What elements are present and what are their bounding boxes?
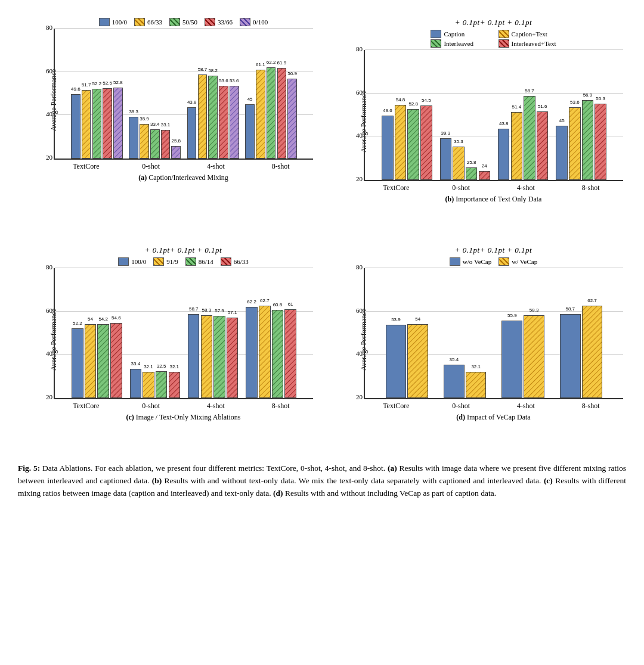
bar-c-g3-b1: 62.7 (259, 306, 270, 398)
bar-value-label: 56.9 (583, 92, 593, 98)
bar-c-g2-b0: 58.7 (188, 314, 199, 398)
bar-c-g0-b3: 54.6 (110, 323, 122, 398)
legend-item-Caption: Caption (431, 30, 488, 38)
bar-b-g2-b0: 43.8 (498, 129, 509, 180)
bar-b-g2-b2: 58.7 (524, 96, 535, 180)
bar-value-label: 58.3 (202, 307, 212, 313)
legend-item-6633: 66/33 (221, 257, 249, 266)
x-axis-labels: TextCore0-shot4-shot8-shot (54, 162, 313, 171)
chart-d-legend: w/o VeCapw/ VeCap (364, 257, 623, 266)
chart-b: + 0.1pt+ 0.1pt + 0.1ptCaptionCaption+Tex… (328, 12, 626, 234)
bar-value-label: 53.6 (570, 100, 580, 105)
bar-value-label: 61 (288, 302, 293, 307)
bar-value-label: 25.8 (467, 160, 476, 165)
legend-item-wVeCap: w/ VeCap (499, 257, 537, 266)
y-tick-label: 80 (46, 24, 52, 31)
bar-value-label: 57.1 (228, 310, 237, 315)
x-axis-label: 4-shot (494, 184, 559, 192)
bar-b-g0-b1: 54.8 (395, 105, 406, 180)
fig-part-label: (c) (544, 476, 553, 485)
legend-item-8614: 86/14 (185, 257, 213, 266)
y-gridline: 80 (365, 49, 623, 50)
legend-box-hatch-green (431, 39, 441, 48)
chart-a-legend: 100/066/3350/5033/660/100 (54, 18, 313, 26)
bar-b-g1-b1: 35.3 (453, 147, 464, 180)
bar-value-label: 54.8 (396, 97, 405, 102)
x-axis-label: 4-shot (184, 402, 249, 411)
y-tick-label: 40 (356, 132, 363, 139)
bar-a-g0-b4: 52.8 (113, 88, 123, 159)
legend-item-1000: 100/0 (118, 257, 146, 266)
bar-value-label: 58.7 (189, 306, 199, 312)
bar-value-label: 33.1 (161, 122, 171, 128)
bar-a-g0-b2: 52.2 (92, 89, 102, 159)
legend-label: Caption (444, 30, 465, 38)
legend-label: Interleaved+Text (512, 40, 556, 47)
bar-value-label: 35.9 (140, 116, 149, 122)
bar-c-g1-b0: 33.4 (130, 369, 141, 398)
legend-label: 100/0 (131, 258, 146, 265)
legend-box-hatch-orange (134, 18, 145, 26)
chart-c-caption: (c) Image / Text-Only Mixing Ablations (54, 413, 313, 422)
bar-value-label: 58.7 (565, 306, 575, 312)
bar-a-g1-b1: 35.9 (140, 124, 149, 159)
bar-d-g2-b1: 58.3 (524, 315, 544, 398)
bar-value-label: 33.4 (131, 361, 141, 366)
x-axis-label: 8-shot (558, 184, 623, 192)
legend-item-Interleaved: Interleaved (431, 39, 488, 48)
bar-value-label: 61.1 (256, 62, 265, 67)
y-tick-label: 60 (46, 67, 52, 74)
bar-c-g3-b3: 61 (284, 309, 296, 398)
bar-value-label: 56.9 (287, 71, 297, 76)
chart-b-caption: (b) Importance of Text Only Data (364, 195, 623, 204)
bar-value-label: 25.8 (171, 138, 181, 144)
x-axis-label: 0-shot (119, 162, 184, 171)
bar-c-g0-b1: 54 (85, 324, 96, 398)
bar-value-label: 32.5 (157, 363, 166, 369)
legend-box-hatch-orange (499, 257, 509, 266)
bar-value-label: 55.3 (596, 96, 605, 101)
x-axis-label: TextCore (364, 184, 429, 192)
chart-d-area: 2040608053.9 5435.4 32.155.9 58.358.7 (364, 268, 623, 399)
legend-box-solid-blue (99, 18, 110, 26)
chart-d-title-top: + 0.1pt+ 0.1pt + 0.1pt (364, 246, 623, 255)
y-tick-label: 40 (356, 350, 363, 357)
bar-c-g3-b0: 62.2 (246, 307, 257, 398)
x-axis-labels: TextCore0-shot4-shot8-shot (364, 184, 623, 192)
y-tick-label: 20 (46, 393, 52, 400)
bar-b-g3-b1: 53.6 (569, 107, 580, 180)
legend-box-hatch-purple (240, 18, 250, 26)
chart-d: + 0.1pt+ 0.1pt + 0.1ptw/o VeCapw/ VeCapA… (328, 240, 626, 452)
legend-label: Caption+Text (512, 30, 547, 38)
legend-item-woVeCap: w/o VeCap (450, 257, 491, 266)
bar-d-g3-b0: 58.7 (560, 314, 581, 398)
legend-label: 0/100 (253, 18, 268, 26)
bar-value-label: 52.8 (408, 101, 418, 107)
fig-part-label: (d) (273, 489, 283, 498)
chart-b-legend: CaptionCaption+TextInterleavedInterleave… (431, 30, 556, 48)
bar-d-g3-b1: 62.7 (582, 306, 603, 398)
bar-value-label: 53.6 (230, 78, 239, 83)
y-tick-label: 60 (356, 307, 363, 314)
bar-c-g1-b3: 32.1 (169, 372, 180, 398)
bar-value-label: 58.3 (530, 307, 539, 313)
legend-label: w/o VeCap (463, 258, 491, 265)
legend-item-3366: 33/66 (205, 18, 233, 26)
bar-value-label: 55.9 (507, 313, 517, 318)
x-axis-label: 8-shot (558, 402, 623, 411)
bar-value-label: 54 (415, 316, 420, 322)
legend-item-5050: 50/50 (169, 18, 197, 26)
bar-b-g3-b0: 45 (556, 126, 567, 180)
x-axis-label: TextCore (54, 162, 119, 171)
bar-a-g2-b4: 53.6 (230, 86, 239, 159)
bar-b-g0-b0: 49.6 (382, 116, 393, 180)
bar-b-g3-b3: 55.3 (595, 104, 606, 180)
x-axis-labels: TextCore0-shot4-shot8-shot (54, 402, 313, 411)
chart-d-caption: (d) Impact of VeCap Data (364, 413, 623, 422)
bar-value-label: 45 (247, 97, 253, 102)
chart-c-title-top: + 0.1pt+ 0.1pt + 0.1pt (54, 246, 313, 255)
y-gridline: 80 (365, 268, 623, 268)
bar-value-label: 35.4 (450, 357, 459, 362)
bar-d-g1-b0: 35.4 (444, 365, 465, 398)
bar-a-g1-b3: 33.1 (161, 130, 171, 159)
